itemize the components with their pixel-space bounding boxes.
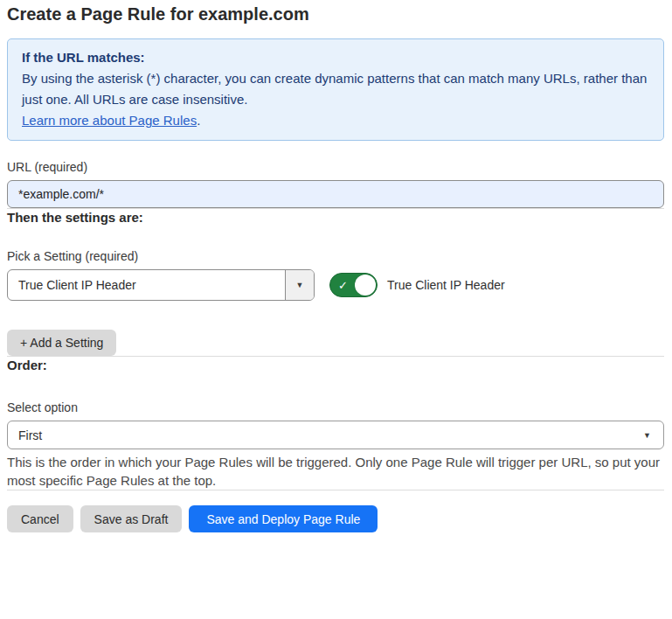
- url-field-label: URL (required): [7, 158, 664, 176]
- setting-select-arrow-button[interactable]: ▼: [285, 270, 314, 300]
- url-match-info-box: If the URL matches: By using the asteris…: [7, 38, 664, 141]
- toggle-knob: [355, 275, 376, 296]
- save-and-deploy-button[interactable]: Save and Deploy Page Rule: [189, 505, 378, 532]
- order-select[interactable]: First ▼: [7, 421, 664, 449]
- order-help-text: This is the order in which your Page Rul…: [7, 453, 664, 490]
- chevron-down-icon: ▼: [296, 281, 304, 289]
- cancel-button[interactable]: Cancel: [7, 505, 73, 532]
- settings-section-heading: Then the settings are:: [7, 209, 664, 226]
- learn-more-link[interactable]: Learn more about Page Rules: [22, 113, 197, 128]
- save-as-draft-button[interactable]: Save as Draft: [80, 505, 183, 532]
- setting-row: True Client IP Header ▼ ✓ True Client IP…: [7, 269, 664, 301]
- page-title: Create a Page Rule for example.com: [7, 3, 664, 25]
- order-select-value: First: [18, 428, 42, 442]
- footer-divider: [7, 490, 664, 490]
- chevron-down-icon: ▼: [643, 431, 651, 440]
- footer-actions: Cancel Save as Draft Save and Deploy Pag…: [7, 505, 664, 532]
- toggle-label: True Client IP Header: [387, 278, 505, 292]
- setting-select[interactable]: True Client IP Header ▼: [7, 269, 315, 301]
- pick-setting-label: Pick a Setting (required): [7, 247, 664, 265]
- check-icon: ✓: [338, 280, 348, 291]
- info-box-link-line: Learn more about Page Rules.: [22, 110, 649, 131]
- url-input[interactable]: [7, 180, 664, 208]
- true-client-ip-toggle[interactable]: ✓: [329, 273, 378, 297]
- setting-select-value: True Client IP Header: [8, 270, 285, 300]
- info-box-heading: If the URL matches:: [22, 47, 649, 68]
- link-period: .: [197, 113, 200, 128]
- order-select-label: Select option: [7, 399, 664, 416]
- order-section-heading: Order:: [7, 357, 664, 374]
- add-setting-button[interactable]: + Add a Setting: [7, 330, 116, 356]
- info-box-body: By using the asterisk (*) character, you…: [22, 68, 649, 110]
